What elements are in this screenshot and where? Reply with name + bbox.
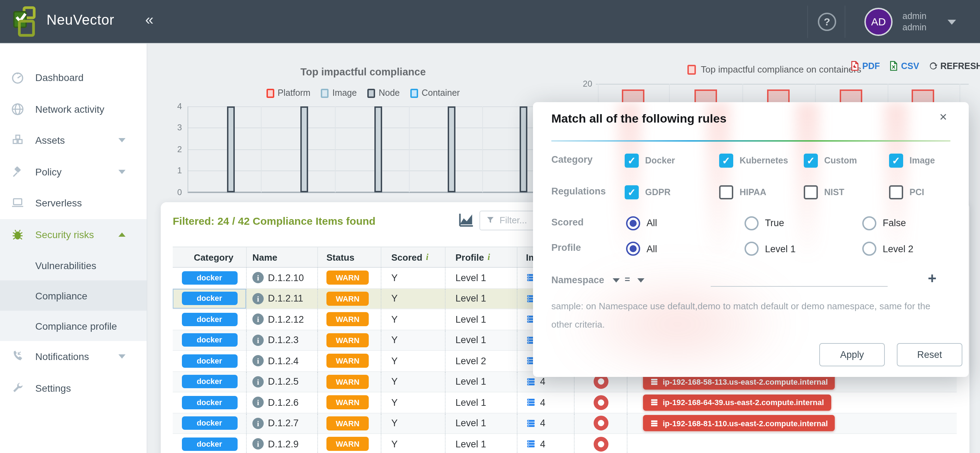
operator-select-caret-icon[interactable] [637,278,644,282]
radio-level-1[interactable]: Level 1 [745,239,795,258]
reset-button[interactable]: Reset [897,343,963,366]
category-badge: docker [181,375,237,388]
info-icon[interactable]: i [252,272,264,284]
sidebar-group-security-risks: Security risksVulnerabilitiesComplianceC… [0,219,146,341]
info-icon[interactable]: i [252,418,264,429]
profile-value: Level 1 [455,293,486,304]
nodes-cell [627,434,957,453]
sidebar-item-policy[interactable]: Policy [0,156,146,187]
sidebar-item-notifications[interactable]: Notifications [0,341,146,372]
info-icon[interactable]: i [252,355,264,367]
platform-cell [574,413,627,433]
checkbox-icon: ✓ [625,185,639,199]
radio-level-2[interactable]: Level 2 [862,239,913,258]
sidebar-item-label: Dashboard [35,72,84,84]
left-axis-tick: 1 [162,166,182,176]
legend-item-image[interactable]: Image [321,88,357,98]
left-axis-tick: 0 [162,187,182,197]
left-gridline [188,171,544,171]
compliance-name: D.1.2.10 [268,272,304,283]
hint-line: sample: on Namespace use default,demo to… [551,301,930,311]
apply-button[interactable]: Apply [819,343,885,366]
username: admin [902,11,926,22]
profile-cell: Level 1 [445,434,517,453]
legend-item-node[interactable]: Node [368,88,400,98]
checkbox-pci[interactable]: PCI [889,182,924,202]
app-title: NeuVector [46,12,114,28]
table-row[interactable]: dockeriD.1.2.7WARNYLevel 14ip-192-168-81… [173,413,957,434]
column-header-category[interactable]: Category [173,247,246,267]
info-icon[interactable]: i [252,314,264,325]
namespace-value-input[interactable] [711,271,888,287]
sidebar-item-label: Compliance profile [35,320,117,331]
info-icon[interactable]: i [252,293,264,304]
checkbox-custom[interactable]: ✓Custom [804,150,857,170]
refresh-icon [928,60,938,71]
column-header-status[interactable]: Status [317,247,381,267]
legend-item-container[interactable]: Container [410,88,460,98]
sidebar-item-vulnerabilities[interactable]: Vulnerabilities [0,250,146,280]
sidebar-item-serverless[interactable]: Serverless [0,187,146,219]
radio-label: Level 2 [883,243,913,254]
info-icon[interactable]: i [252,376,264,388]
sidebar-item-settings[interactable]: Settings [0,372,146,404]
export-csv-button[interactable]: CSV [888,60,919,71]
status-badge: WARN [326,396,369,410]
legend-label: Node [379,88,400,98]
status-badge: WARN [326,271,369,285]
profile-value: Level 1 [455,272,486,283]
avatar[interactable]: AD [864,8,892,36]
namespace-select-caret-icon[interactable] [612,278,620,282]
column-header-name[interactable]: Name [246,247,317,267]
checkbox-nist[interactable]: NIST [804,182,844,202]
legend-item-platform[interactable]: Platform [267,88,310,98]
refresh-button[interactable]: REFRESH [928,60,980,71]
scored-value: Y [391,314,398,325]
right-legend-label: Top impactful compliance on containers [701,64,861,75]
sidebar-item-compliance-profile[interactable]: Compliance profile [0,311,146,341]
server-icon [650,378,659,386]
sidebar-item-security-risks[interactable]: Security risks [0,219,146,250]
radio-all[interactable]: All [626,213,657,233]
user-menu[interactable]: admin admin [902,11,926,33]
modal-row-profile: ProfileAllLevel 1Level 2 [533,239,969,258]
info-icon[interactable]: i [252,397,264,408]
radio-true[interactable]: True [745,213,784,233]
radio-all[interactable]: All [626,239,657,258]
sidebar-item-compliance[interactable]: Compliance [0,280,146,311]
close-icon[interactable]: ✕ [939,111,947,123]
table-row[interactable]: dockeriD.1.2.6WARNYLevel 14ip-192-168-64… [173,393,957,413]
checkbox-image[interactable]: ✓Image [889,150,935,170]
chart-view-button[interactable] [457,210,475,229]
right-chart-legend[interactable]: Top impactful compliance on containers [687,64,861,75]
left-axis-tick: 3 [162,123,182,133]
checkbox-kubernetes[interactable]: ✓Kubernetes [719,150,788,170]
column-header-profile[interactable]: Profilei [445,247,517,267]
profile-value: Level 1 [455,314,486,325]
add-rule-button[interactable]: + [928,270,937,287]
info-icon[interactable]: i [252,335,264,346]
platform-cell [574,434,627,453]
help-button[interactable]: ? [818,13,836,31]
sidebar-item-network-activity[interactable]: Network activity [0,93,146,125]
checkbox-hipaa[interactable]: HIPAA [719,182,766,202]
category-badge: docker [181,417,237,430]
name-cell: iD.1.2.7 [246,413,317,433]
checkbox-docker[interactable]: ✓Docker [625,150,675,170]
column-header-label: Category [194,252,234,263]
namespace-label: Namespace [551,275,604,285]
radio-false[interactable]: False [862,213,906,233]
status-cell: WARN [317,288,381,309]
checkbox-gdpr[interactable]: ✓GDPR [625,182,670,202]
category-badge: docker [181,437,237,451]
checkbox-label: HIPAA [740,187,766,197]
user-menu-caret-icon[interactable] [948,20,956,25]
table-row[interactable]: dockeriD.1.2.9WARNYLevel 14 [173,434,957,453]
export-pdf-button[interactable]: PDF [850,60,880,71]
info-icon[interactable]: i [252,439,264,450]
sidebar-collapse-button[interactable]: « [145,11,153,28]
status-badge: WARN [326,417,369,431]
column-header-scored[interactable]: Scoredi [381,247,445,267]
sidebar-item-assets[interactable]: Assets [0,125,146,156]
sidebar-item-dashboard[interactable]: Dashboard [0,62,146,93]
